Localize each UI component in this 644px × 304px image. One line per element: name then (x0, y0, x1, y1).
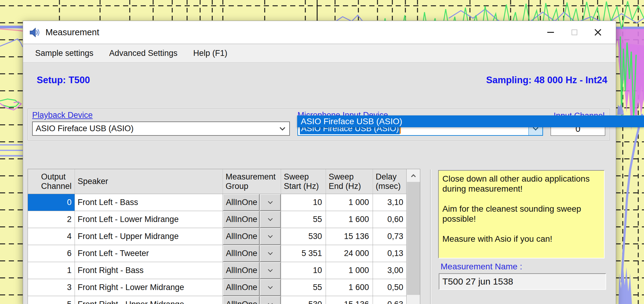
note-line: Close down all other audio applications … (442, 174, 600, 194)
header-sweep-start[interactable]: Sweep Start (Hz) (281, 169, 326, 194)
cell-delay[interactable]: 0,13 (373, 245, 407, 262)
measurement-name-field[interactable]: T500 27 jun 1538 (439, 273, 606, 290)
minimize-icon (547, 32, 554, 33)
close-button[interactable] (586, 21, 610, 44)
scrollbar-thumb[interactable] (407, 182, 420, 295)
cell-group[interactable]: AllInOne (223, 296, 260, 304)
cell-speaker[interactable]: Front Right - Bass (75, 262, 223, 279)
header-measurement-group[interactable]: Measurement Group (223, 169, 281, 194)
table-row: 3 Front Right - Lower Midrange AllInOne … (28, 279, 420, 296)
instructions-note: Close down all other audio applications … (438, 170, 605, 258)
group-dropdown-button[interactable] (260, 228, 281, 245)
panel-divider (430, 169, 431, 304)
cell-delay[interactable]: 0,50 (373, 279, 407, 296)
cell-group[interactable]: AllInOne (223, 194, 260, 211)
cell-group[interactable]: AllInOne (223, 245, 260, 262)
cell-delay[interactable]: 0,63 (373, 296, 407, 304)
header-speaker[interactable]: Speaker (75, 169, 223, 194)
measurement-name-label: Measurement Name : (441, 262, 522, 272)
chevron-down-icon (268, 301, 273, 304)
table-row: 0 Front Left - Bass AllInOne 10 1 000 3,… (28, 194, 420, 211)
minimize-button[interactable] (539, 21, 562, 44)
speaker-icon (29, 26, 41, 39)
cell-speaker[interactable]: Front Left - Lower Midrange (75, 211, 223, 228)
cell-sweep-start[interactable]: 10 (281, 262, 326, 279)
cell-group[interactable]: AllInOne (223, 262, 260, 279)
table-row: 5 Front Right - Upper Midrange AllInOne … (28, 296, 420, 304)
dropdown-item-selected[interactable]: ASIO Fireface USB (ASIO) (297, 117, 402, 126)
cell-output-channel[interactable]: 1 (28, 262, 75, 279)
setup-label: Setup: T500 (37, 75, 90, 86)
cell-sweep-start[interactable]: 10 (281, 194, 326, 211)
screen: Measurement Sample settings Advanced Set… (0, 0, 644, 304)
group-dropdown-button[interactable] (260, 262, 281, 279)
group-dropdown-button[interactable] (260, 211, 281, 228)
cell-group[interactable]: AllInOne (223, 211, 260, 228)
chevron-up-icon (411, 174, 416, 179)
cell-output-channel[interactable]: 5 (28, 296, 75, 304)
header-delay[interactable]: Delay (msec) (373, 169, 407, 194)
cell-delay[interactable]: 0,60 (373, 211, 407, 228)
cell-output-channel[interactable]: 2 (28, 211, 75, 228)
cell-sweep-end[interactable]: 1 600 (326, 211, 373, 228)
scroll-up-button[interactable] (407, 169, 420, 182)
cell-sweep-end[interactable]: 1 000 (326, 262, 373, 279)
maximize-button[interactable] (562, 21, 586, 44)
header-output-channel[interactable]: Output Channel (28, 169, 75, 194)
cell-sweep-start[interactable]: 55 (281, 279, 326, 296)
table-row: 1 Front Right - Bass AllInOne 10 1 000 3… (28, 262, 420, 279)
note-line: Aim for the cleanest sounding sweep poss… (442, 204, 600, 224)
chevron-down-icon (280, 125, 285, 130)
cell-output-channel[interactable]: 0 (28, 194, 75, 211)
cell-sweep-end[interactable]: 24 000 (326, 245, 373, 262)
measurement-window: Measurement Sample settings Advanced Set… (23, 21, 616, 304)
cell-sweep-start[interactable]: 530 (281, 228, 326, 245)
cell-speaker[interactable]: Front Right - Upper Midrange (75, 296, 223, 304)
playback-device-label[interactable]: Playback Device (32, 111, 93, 120)
menu-help[interactable]: Help (F1) (185, 44, 235, 62)
cell-output-channel[interactable]: 3 (28, 279, 75, 296)
playback-device-combobox[interactable]: ASIO Fireface USB (ASIO) (32, 121, 290, 136)
header-sweep-end[interactable]: Sweep End (Hz) (326, 169, 373, 194)
cell-sweep-end[interactable]: 15 136 (326, 228, 373, 245)
group-dropdown-button[interactable] (260, 194, 281, 211)
cell-group[interactable]: AllInOne (223, 279, 260, 296)
cell-speaker[interactable]: Front Left - Tweeter (75, 245, 223, 262)
group-dropdown-button[interactable] (260, 245, 281, 262)
menu-advanced-settings[interactable]: Advanced Settings (101, 44, 185, 62)
cell-sweep-start[interactable]: 530 (281, 296, 326, 304)
table-scrollbar[interactable] (406, 169, 420, 304)
sampling-label: Sampling: 48 000 Hz - Int24 (486, 75, 607, 86)
cell-speaker[interactable]: Front Left - Upper Midrange (75, 228, 223, 245)
chevron-down-icon (268, 233, 273, 238)
window-title: Measurement (45, 27, 99, 37)
cell-sweep-end[interactable]: 1 000 (326, 194, 373, 211)
titlebar[interactable]: Measurement (23, 21, 616, 44)
cell-delay[interactable]: 0,73 (373, 228, 407, 245)
menu-sample-settings[interactable]: Sample settings (27, 44, 101, 62)
cell-group[interactable]: AllInOne (223, 228, 260, 245)
table-row: 4 Front Left - Upper Midrange AllInOne 5… (28, 228, 420, 245)
cell-sweep-start[interactable]: 55 (281, 211, 326, 228)
chevron-down-icon (268, 216, 273, 221)
table-row: 6 Front Left - Tweeter AllInOne 5 351 24… (28, 245, 420, 262)
cell-output-channel[interactable]: 6 (28, 245, 75, 262)
cell-delay[interactable]: 3,10 (373, 194, 407, 211)
playback-dropdown-button[interactable] (275, 122, 289, 135)
cell-output-channel[interactable]: 4 (28, 228, 75, 245)
cell-speaker[interactable]: Front Left - Bass (75, 194, 223, 211)
group-dropdown-button[interactable] (260, 296, 281, 304)
table-row: 2 Front Left - Lower Midrange AllInOne 5… (28, 211, 420, 228)
chevron-down-icon (268, 199, 273, 204)
cell-sweep-end[interactable]: 15 136 (326, 296, 373, 304)
cell-sweep-end[interactable]: 1 600 (326, 279, 373, 296)
client-area: Setup: T500 Sampling: 48 000 Hz - Int24 … (23, 63, 616, 304)
chevron-down-icon (268, 284, 273, 289)
cell-delay[interactable]: 3,00 (373, 262, 407, 279)
chevron-down-icon (268, 267, 273, 272)
microphone-dropdown-list[interactable]: ASIO Fireface USB (ASIO) (297, 115, 644, 127)
group-dropdown-button[interactable] (260, 279, 281, 296)
cell-speaker[interactable]: Front Right - Lower Midrange (75, 279, 223, 296)
chevron-down-icon (268, 250, 273, 255)
cell-sweep-start[interactable]: 5 351 (281, 245, 326, 262)
